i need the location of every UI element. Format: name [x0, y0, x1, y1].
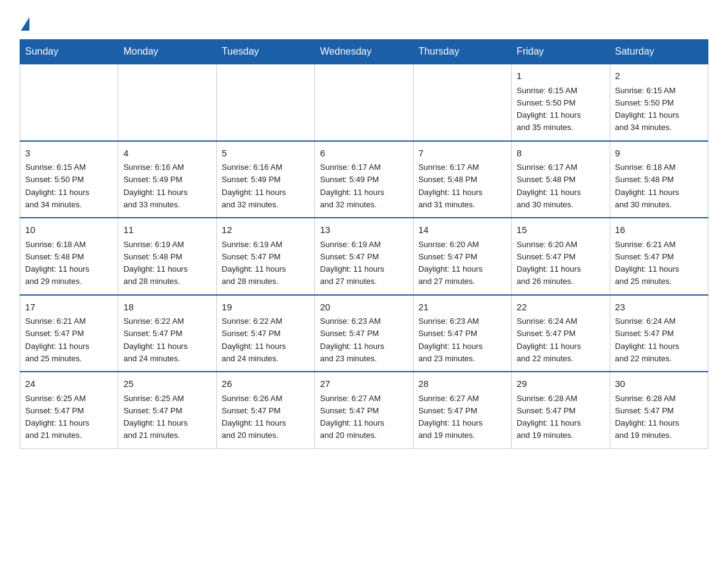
day-info: Sunrise: 6:18 AMSunset: 5:48 PMDaylight:…: [25, 240, 89, 286]
day-info: Sunrise: 6:23 AMSunset: 5:47 PMDaylight:…: [419, 316, 483, 363]
day-info: Sunrise: 6:21 AMSunset: 5:47 PMDaylight:…: [25, 316, 89, 363]
calendar-cell: 17Sunrise: 6:21 AMSunset: 5:47 PMDayligh…: [20, 295, 118, 372]
day-number: 25: [123, 377, 211, 391]
calendar-table: SundayMondayTuesdayWednesdayThursdayFrid…: [20, 39, 708, 449]
day-number: 3: [25, 147, 113, 161]
day-number: 5: [222, 147, 309, 161]
calendar-week-row: 10Sunrise: 6:18 AMSunset: 5:48 PMDayligh…: [20, 218, 708, 295]
calendar-cell: [20, 64, 118, 141]
calendar-cell: [216, 64, 314, 141]
day-info: Sunrise: 6:25 AMSunset: 5:47 PMDaylight:…: [123, 394, 188, 440]
day-info: Sunrise: 6:23 AMSunset: 5:47 PMDaylight:…: [320, 316, 384, 363]
col-header-thursday: Thursday: [413, 40, 511, 64]
day-number: 15: [517, 223, 604, 237]
day-info: Sunrise: 6:20 AMSunset: 5:47 PMDaylight:…: [517, 240, 581, 286]
logo-top: [20, 17, 29, 32]
day-info: Sunrise: 6:19 AMSunset: 5:47 PMDaylight:…: [320, 240, 384, 286]
calendar-cell: 15Sunrise: 6:20 AMSunset: 5:47 PMDayligh…: [512, 218, 610, 295]
day-info: Sunrise: 6:19 AMSunset: 5:47 PMDaylight:…: [222, 240, 286, 286]
calendar-cell: 19Sunrise: 6:22 AMSunset: 5:47 PMDayligh…: [216, 295, 314, 372]
day-number: 7: [419, 147, 506, 161]
day-info: Sunrise: 6:28 AMSunset: 5:47 PMDaylight:…: [517, 394, 581, 440]
calendar-cell: 2Sunrise: 6:15 AMSunset: 5:50 PMDaylight…: [610, 64, 708, 141]
calendar-cell: 1Sunrise: 6:15 AMSunset: 5:50 PMDaylight…: [512, 64, 610, 141]
calendar-cell: 4Sunrise: 6:16 AMSunset: 5:49 PMDaylight…: [118, 141, 216, 218]
day-info: Sunrise: 6:22 AMSunset: 5:47 PMDaylight:…: [222, 316, 286, 363]
calendar-cell: 30Sunrise: 6:28 AMSunset: 5:47 PMDayligh…: [610, 372, 708, 448]
calendar-cell: 23Sunrise: 6:24 AMSunset: 5:47 PMDayligh…: [610, 295, 708, 372]
day-number: 22: [517, 301, 604, 315]
calendar-cell: 12Sunrise: 6:19 AMSunset: 5:47 PMDayligh…: [216, 218, 314, 295]
day-number: 17: [25, 301, 113, 315]
day-number: 21: [419, 301, 506, 315]
day-number: 4: [123, 147, 211, 161]
calendar-cell: 14Sunrise: 6:20 AMSunset: 5:47 PMDayligh…: [413, 218, 511, 295]
col-header-tuesday: Tuesday: [216, 40, 314, 64]
day-number: 19: [222, 301, 309, 315]
col-header-sunday: Sunday: [20, 40, 118, 64]
logo-triangle-icon: [21, 17, 29, 31]
day-info: Sunrise: 6:28 AMSunset: 5:47 PMDaylight:…: [615, 394, 680, 440]
day-number: 30: [615, 377, 703, 391]
day-number: 2: [615, 69, 703, 83]
calendar-cell: 5Sunrise: 6:16 AMSunset: 5:49 PMDaylight…: [216, 141, 314, 218]
day-info: Sunrise: 6:18 AMSunset: 5:48 PMDaylight:…: [615, 163, 680, 209]
day-number: 27: [320, 377, 408, 391]
calendar-cell: 28Sunrise: 6:27 AMSunset: 5:47 PMDayligh…: [413, 372, 511, 448]
logo: [20, 17, 29, 29]
day-info: Sunrise: 6:22 AMSunset: 5:47 PMDaylight:…: [123, 316, 188, 363]
calendar-cell: 22Sunrise: 6:24 AMSunset: 5:47 PMDayligh…: [512, 295, 610, 372]
day-info: Sunrise: 6:27 AMSunset: 5:47 PMDaylight:…: [419, 394, 483, 440]
day-number: 20: [320, 301, 408, 315]
calendar-week-row: 24Sunrise: 6:25 AMSunset: 5:47 PMDayligh…: [20, 372, 708, 448]
calendar-cell: 10Sunrise: 6:18 AMSunset: 5:48 PMDayligh…: [20, 218, 118, 295]
col-header-monday: Monday: [118, 40, 216, 64]
day-info: Sunrise: 6:17 AMSunset: 5:49 PMDaylight:…: [320, 163, 384, 209]
calendar-cell: [315, 64, 413, 141]
calendar-cell: 29Sunrise: 6:28 AMSunset: 5:47 PMDayligh…: [512, 372, 610, 448]
day-number: 10: [25, 223, 113, 237]
calendar-cell: 3Sunrise: 6:15 AMSunset: 5:50 PMDaylight…: [20, 141, 118, 218]
calendar-cell: 9Sunrise: 6:18 AMSunset: 5:48 PMDaylight…: [610, 141, 708, 218]
day-info: Sunrise: 6:20 AMSunset: 5:47 PMDaylight:…: [419, 240, 483, 286]
calendar-cell: [118, 64, 216, 141]
day-info: Sunrise: 6:15 AMSunset: 5:50 PMDaylight:…: [25, 163, 89, 209]
day-number: 13: [320, 223, 408, 237]
day-info: Sunrise: 6:17 AMSunset: 5:48 PMDaylight:…: [517, 163, 581, 209]
day-info: Sunrise: 6:17 AMSunset: 5:48 PMDaylight:…: [419, 163, 483, 209]
day-info: Sunrise: 6:24 AMSunset: 5:47 PMDaylight:…: [517, 316, 581, 363]
day-number: 16: [615, 223, 703, 237]
day-number: 9: [615, 147, 703, 161]
calendar-cell: 8Sunrise: 6:17 AMSunset: 5:48 PMDaylight…: [512, 141, 610, 218]
day-info: Sunrise: 6:19 AMSunset: 5:48 PMDaylight:…: [123, 240, 188, 286]
calendar-cell: 11Sunrise: 6:19 AMSunset: 5:48 PMDayligh…: [118, 218, 216, 295]
day-number: 24: [25, 377, 113, 391]
day-number: 18: [123, 301, 211, 315]
day-info: Sunrise: 6:27 AMSunset: 5:47 PMDaylight:…: [320, 394, 384, 440]
calendar-cell: 25Sunrise: 6:25 AMSunset: 5:47 PMDayligh…: [118, 372, 216, 448]
col-header-wednesday: Wednesday: [315, 40, 413, 64]
day-number: 1: [517, 69, 604, 83]
calendar-week-row: 17Sunrise: 6:21 AMSunset: 5:47 PMDayligh…: [20, 295, 708, 372]
day-info: Sunrise: 6:15 AMSunset: 5:50 PMDaylight:…: [615, 86, 680, 132]
day-info: Sunrise: 6:15 AMSunset: 5:50 PMDaylight:…: [517, 86, 581, 132]
day-info: Sunrise: 6:16 AMSunset: 5:49 PMDaylight:…: [123, 163, 188, 209]
calendar-week-row: 3Sunrise: 6:15 AMSunset: 5:50 PMDaylight…: [20, 141, 708, 218]
calendar-cell: 13Sunrise: 6:19 AMSunset: 5:47 PMDayligh…: [315, 218, 413, 295]
day-number: 8: [517, 147, 604, 161]
day-number: 11: [123, 223, 211, 237]
calendar-week-row: 1Sunrise: 6:15 AMSunset: 5:50 PMDaylight…: [20, 64, 708, 141]
day-number: 14: [419, 223, 506, 237]
calendar-cell: 24Sunrise: 6:25 AMSunset: 5:47 PMDayligh…: [20, 372, 118, 448]
day-info: Sunrise: 6:26 AMSunset: 5:47 PMDaylight:…: [222, 394, 286, 440]
calendar-cell: 21Sunrise: 6:23 AMSunset: 5:47 PMDayligh…: [413, 295, 511, 372]
calendar-header-row: SundayMondayTuesdayWednesdayThursdayFrid…: [20, 40, 708, 64]
day-info: Sunrise: 6:24 AMSunset: 5:47 PMDaylight:…: [615, 316, 680, 363]
col-header-saturday: Saturday: [610, 40, 708, 64]
calendar-cell: 26Sunrise: 6:26 AMSunset: 5:47 PMDayligh…: [216, 372, 314, 448]
day-number: 28: [419, 377, 506, 391]
calendar-cell: 7Sunrise: 6:17 AMSunset: 5:48 PMDaylight…: [413, 141, 511, 218]
day-number: 26: [222, 377, 309, 391]
header-area: [20, 15, 708, 29]
day-number: 6: [320, 147, 408, 161]
